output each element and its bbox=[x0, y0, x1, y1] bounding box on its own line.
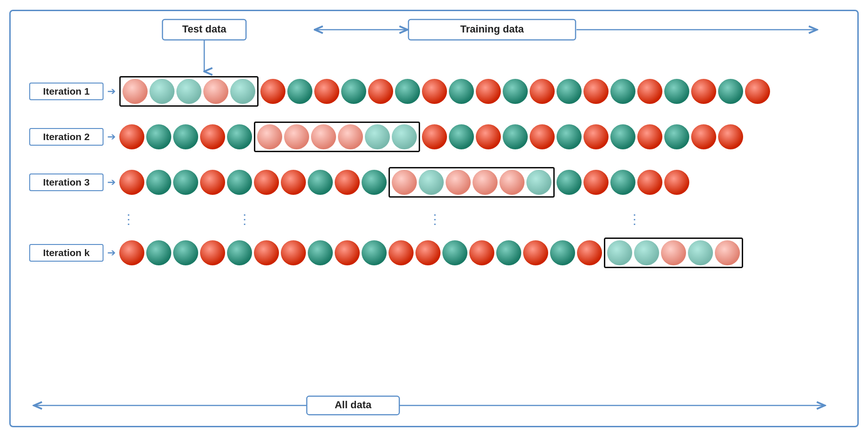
ball bbox=[173, 170, 198, 195]
ball bbox=[607, 240, 632, 265]
ball bbox=[395, 79, 420, 104]
dots: ⋮ bbox=[122, 212, 136, 227]
ball bbox=[523, 240, 548, 265]
svg-text:Training data: Training data bbox=[460, 23, 525, 35]
ball bbox=[341, 79, 366, 104]
ball bbox=[123, 79, 148, 104]
ball bbox=[146, 240, 171, 265]
ball bbox=[476, 124, 501, 149]
ball bbox=[691, 124, 716, 149]
ball bbox=[176, 79, 201, 104]
ball bbox=[173, 240, 198, 265]
ball bbox=[227, 170, 252, 195]
ball bbox=[745, 79, 770, 104]
ball bbox=[557, 124, 582, 149]
ball bbox=[368, 79, 393, 104]
ball bbox=[503, 79, 528, 104]
ball bbox=[664, 170, 689, 195]
iteration-row-1: Iteration 1 ➔ bbox=[29, 76, 839, 107]
svg-text:Test data: Test data bbox=[182, 23, 227, 35]
dots: ⋮ bbox=[628, 212, 642, 227]
ball bbox=[365, 124, 390, 149]
ball bbox=[557, 79, 582, 104]
ball bbox=[610, 170, 635, 195]
ball bbox=[446, 170, 471, 195]
iter1-label: Iteration 1 bbox=[29, 83, 104, 100]
dots: ⋮ bbox=[428, 212, 442, 227]
iterk-test-box bbox=[604, 238, 743, 268]
iterk-label: Iteration k bbox=[29, 244, 104, 262]
ball bbox=[442, 240, 467, 265]
ball bbox=[389, 240, 414, 265]
iteration-row-3: Iteration 3 ➔ bbox=[29, 167, 839, 198]
iteration-row-2: Iteration 2 ➔ bbox=[29, 122, 839, 152]
main-diagram: Test data Training data Iteration 1 ➔ bbox=[9, 10, 859, 427]
ball bbox=[422, 124, 447, 149]
ball bbox=[449, 79, 474, 104]
ball bbox=[583, 170, 609, 195]
iter2-arrow: ➔ bbox=[107, 131, 116, 143]
ball bbox=[257, 124, 282, 149]
svg-text:All data: All data bbox=[335, 399, 372, 411]
ball bbox=[503, 124, 528, 149]
iter2-test-box bbox=[254, 122, 420, 152]
ball bbox=[254, 170, 279, 195]
iter3-label: Iteration 3 bbox=[29, 174, 104, 191]
ball bbox=[476, 79, 501, 104]
ball bbox=[200, 240, 225, 265]
iterk-arrow: ➔ bbox=[107, 247, 116, 259]
iter3-arrow: ➔ bbox=[107, 176, 116, 188]
iteration-row-k: Iteration k ➔ bbox=[29, 238, 839, 268]
ball bbox=[173, 124, 198, 149]
dots-row: ⋮ ⋮ ⋮ ⋮ bbox=[29, 212, 839, 225]
iter3-balls bbox=[119, 167, 839, 198]
ball bbox=[610, 79, 635, 104]
ball bbox=[715, 240, 740, 265]
iter2-balls bbox=[119, 122, 839, 152]
ball bbox=[637, 124, 662, 149]
ball bbox=[530, 79, 555, 104]
ball bbox=[610, 124, 635, 149]
ball bbox=[422, 79, 447, 104]
ball bbox=[583, 124, 609, 149]
iter2-label: Iteration 2 bbox=[29, 128, 104, 146]
ball bbox=[308, 170, 333, 195]
ball bbox=[119, 124, 144, 149]
ball bbox=[284, 124, 309, 149]
ball bbox=[419, 170, 444, 195]
ball bbox=[362, 170, 387, 195]
svg-rect-3 bbox=[408, 19, 576, 40]
ball bbox=[664, 79, 689, 104]
top-arrows-svg: Test data Training data bbox=[11, 11, 857, 85]
iterations-area: Iteration 1 ➔ bbox=[29, 76, 839, 283]
ball bbox=[314, 79, 339, 104]
ball bbox=[338, 124, 363, 149]
ball bbox=[227, 240, 252, 265]
ball bbox=[119, 240, 144, 265]
ball bbox=[499, 170, 525, 195]
iter1-test-box bbox=[119, 76, 259, 107]
iter1-balls bbox=[119, 76, 839, 107]
ball bbox=[526, 170, 551, 195]
ball bbox=[203, 79, 228, 104]
ball bbox=[362, 240, 387, 265]
ball bbox=[146, 170, 171, 195]
ball bbox=[718, 124, 743, 149]
dots: ⋮ bbox=[238, 212, 252, 227]
svg-rect-8 bbox=[307, 396, 399, 415]
ball bbox=[473, 170, 498, 195]
ball bbox=[415, 240, 440, 265]
iter3-test-box bbox=[389, 167, 555, 198]
ball bbox=[550, 240, 575, 265]
ball bbox=[119, 170, 144, 195]
ball bbox=[335, 240, 360, 265]
ball bbox=[718, 79, 743, 104]
ball bbox=[227, 124, 252, 149]
ball bbox=[146, 124, 171, 149]
ball bbox=[392, 170, 417, 195]
ball bbox=[661, 240, 686, 265]
ball bbox=[335, 170, 360, 195]
ball bbox=[308, 240, 333, 265]
ball bbox=[149, 79, 175, 104]
ball bbox=[260, 79, 285, 104]
